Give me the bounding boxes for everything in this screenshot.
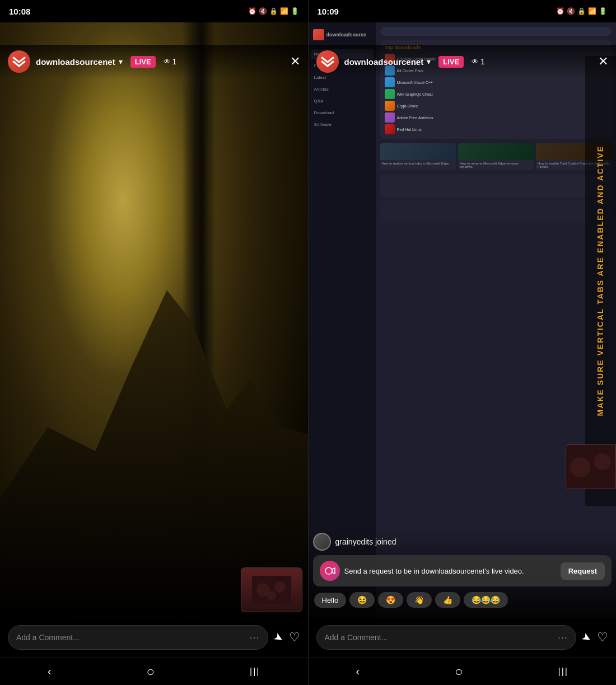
- list-item: Adobe Free Antivirus: [385, 112, 608, 123]
- site-article-card-1: How to realize vertical tabs in Microsof…: [380, 143, 456, 170]
- left-live-badge: LIVE: [130, 56, 156, 68]
- left-username-area: downloadsourcenet ▾ LIVE 👁 1: [36, 56, 286, 68]
- left-avatar: [8, 50, 30, 73]
- video-request-icon: [324, 565, 335, 576]
- request-banner: Send a request to be in downloadsourcene…: [313, 555, 612, 587]
- left-content-area: downloadsourcenet ▾ LIVE 👁 1 ✕: [0, 22, 308, 618]
- right-overlay-thumb: [566, 444, 616, 489]
- svg-marker-8: [332, 568, 335, 574]
- eye-icon: 👁: [164, 58, 170, 65]
- list-item: Crypt-Share: [385, 101, 608, 111]
- site-nav-articles: Articles: [311, 85, 374, 94]
- dl-text-4: Wiki GraphQs Cheat: [397, 92, 433, 96]
- site-article-card-2: How to rename Microsoft Edge browser win…: [458, 143, 534, 170]
- left-send-button[interactable]: ➤: [271, 629, 286, 645]
- thumb-content: [252, 576, 291, 604]
- mountain-silhouette: [0, 201, 308, 618]
- emoji-chip-hello[interactable]: Hello: [314, 593, 347, 608]
- emoji-chip-laughing[interactable]: 😂😂😂: [464, 592, 508, 608]
- logo-chevron-icon: [11, 55, 27, 68]
- dl-text-7: Red Hat Linux: [397, 128, 422, 132]
- vertical-text-label: MAKE SURE VERTICAL TABS ARE ENABLED AND …: [596, 146, 605, 416]
- right-heart-button[interactable]: ♡: [597, 630, 608, 645]
- site-search-bar: [380, 27, 612, 36]
- dl-text-3: Microsoft Visual C++: [397, 81, 433, 85]
- left-comment-input[interactable]: Add a Comment... ···: [8, 625, 268, 650]
- mountain-background: [0, 22, 308, 618]
- right-username: downloadsourcenet: [344, 57, 424, 67]
- dl-text-5: Crypt-Share: [397, 104, 418, 108]
- right-home-button[interactable]: ○: [444, 659, 474, 684]
- article-img-1: [380, 143, 456, 160]
- right-wifi-icon: 📶: [588, 7, 596, 15]
- dl-icon-4: [385, 89, 395, 99]
- request-text: Send a request to be in downloadsourcene…: [344, 567, 524, 575]
- right-live-badge: LIVE: [438, 56, 464, 68]
- site-extra-row-2: [380, 200, 612, 223]
- left-more-options[interactable]: ···: [249, 632, 259, 644]
- list-item: Microsoft Visual C++: [385, 77, 608, 87]
- list-item: Red Hat Linux: [385, 124, 608, 134]
- battery-icon: 🔋: [291, 7, 299, 15]
- joined-text: grainyedits joined: [335, 537, 396, 546]
- left-close-button[interactable]: ✕: [290, 54, 300, 69]
- right-nav-bar: ‹ ○ |||: [309, 657, 617, 685]
- right-battery-icon: 🔋: [599, 7, 607, 15]
- right-back-button[interactable]: ‹: [344, 660, 371, 682]
- left-comment-placeholder: Add a Comment...: [16, 633, 245, 642]
- emoji-chip-laugh[interactable]: 😆: [349, 592, 375, 608]
- dl-icon-3: [385, 77, 395, 87]
- right-content-area: downloadsource News Popular Latest Artic…: [309, 22, 617, 618]
- request-button[interactable]: Request: [561, 562, 605, 580]
- right-bottom-bar: Add a Comment... ··· ➤ ♡: [309, 618, 617, 657]
- right-dropdown-icon[interactable]: ▾: [427, 57, 431, 66]
- right-eye-icon: 👁: [472, 58, 478, 65]
- right-status-bar: 10:09 ⏰ 🔇 🔒 📶 🔋: [309, 0, 617, 22]
- right-status-icons: ⏰ 🔇 🔒 📶 🔋: [556, 7, 607, 15]
- svg-point-6: [594, 453, 611, 470]
- emoji-chip-thumbs-up[interactable]: 👍: [435, 592, 460, 608]
- right-close-button[interactable]: ✕: [598, 54, 608, 69]
- emoji-chip-wave[interactable]: 👋: [407, 592, 432, 608]
- left-overlay-thumb-inner: [241, 568, 302, 612]
- site-logo-icon: [313, 29, 324, 40]
- site-nav-software: Software: [311, 120, 374, 129]
- joined-avatar: [313, 533, 331, 551]
- left-back-button[interactable]: ‹: [36, 660, 63, 682]
- right-menu-button[interactable]: |||: [547, 662, 580, 681]
- left-overlay-thumb: [241, 567, 302, 612]
- article-text-2: How to rename Microsoft Edge browser win…: [458, 160, 534, 170]
- right-send-button[interactable]: ➤: [579, 629, 594, 645]
- left-home-button[interactable]: ○: [136, 659, 166, 684]
- svg-point-7: [325, 567, 332, 574]
- left-heart-button[interactable]: ♡: [289, 630, 300, 645]
- dl-icon-7: [385, 124, 395, 134]
- dl-icon-5: [385, 101, 395, 111]
- alarm-icon: ⏰: [248, 7, 256, 15]
- emoji-chip-heart-eyes[interactable]: 😍: [378, 592, 403, 608]
- left-dropdown-icon[interactable]: ▾: [119, 57, 123, 66]
- request-icon: [320, 561, 340, 581]
- article-img-2: [458, 143, 534, 160]
- right-more-options[interactable]: ···: [558, 632, 568, 644]
- site-extra-row-1: [380, 175, 612, 197]
- dl-icon-6: [385, 112, 395, 123]
- left-status-icons: ⏰ 🔇 🔒 📶 🔋: [248, 7, 299, 15]
- svg-point-3: [267, 591, 276, 600]
- list-item: Wiki GraphQs Cheat: [385, 89, 608, 99]
- joined-notification: grainyedits joined: [313, 533, 612, 551]
- svg-point-2: [274, 581, 286, 593]
- right-thumb-content: [566, 445, 616, 489]
- right-bottom-overlay: grainyedits joined Send a request to be …: [309, 528, 617, 618]
- lock-icon: 🔒: [269, 7, 278, 15]
- left-viewer-count: 👁 1: [164, 57, 177, 66]
- left-menu-button[interactable]: |||: [239, 662, 271, 681]
- right-status-time: 10:09: [318, 7, 339, 16]
- site-logo-text: downloadsource: [326, 32, 367, 37]
- right-viewer-count: 👁 1: [472, 57, 485, 66]
- site-articles-grid: How to realize vertical tabs in Microsof…: [380, 143, 612, 170]
- right-comment-input[interactable]: Add a Comment... ···: [316, 625, 577, 650]
- site-nav-download: Download: [311, 108, 374, 118]
- right-alarm-icon: ⏰: [556, 7, 564, 15]
- dl-text-6: Adobe Free Antivirus: [397, 116, 433, 120]
